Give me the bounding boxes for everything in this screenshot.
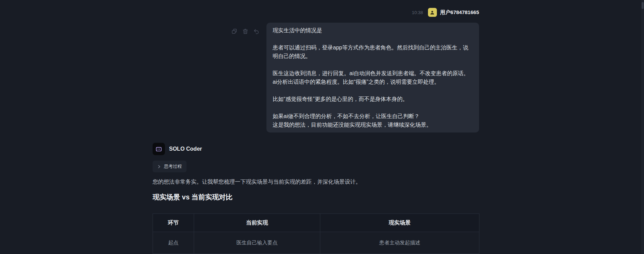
comparison-table: 环节 当前实现 现实场景 起点 医生自己输入要点 患者主动发起描述	[153, 213, 479, 254]
thinking-process-label: 思考过程	[164, 163, 182, 170]
thinking-process-toggle[interactable]: 思考过程	[153, 161, 187, 172]
table-header-cell: 环节	[153, 214, 194, 232]
user-avatar	[428, 8, 437, 17]
message-actions	[231, 28, 260, 35]
assistant-intro-text: 您的想法非常务实。让我帮您梳理一下现实场景与当前实现的差距，并深化场景设计。	[153, 178, 479, 186]
scrollbar-track[interactable]	[641, 0, 644, 254]
undo-icon[interactable]	[253, 28, 260, 35]
table-header-cell: 当前实现	[194, 214, 320, 232]
assistant-header: SOLO Coder	[153, 143, 479, 155]
person-icon	[429, 10, 435, 15]
user-message-bubble: 现实生活中的情况是 患者可以通过扫码，登录app等方式作为患者角色。然后找到自己…	[266, 23, 479, 132]
chevron-right-icon	[157, 165, 161, 169]
table-header-cell: 现实场景	[320, 214, 479, 232]
table-cell: 医生自己输入要点	[194, 232, 320, 254]
trash-icon[interactable]	[242, 28, 249, 35]
table-header-row: 环节 当前实现 现实场景	[153, 214, 479, 232]
message-paragraph: 患者可以通过扫码，登录app等方式作为患者角色。然后找到自己的主治医生，说明自己…	[273, 43, 473, 60]
user-message-header: 10:38 用户6784781665	[153, 0, 479, 17]
copy-icon[interactable]	[231, 28, 238, 35]
username: 用户6784781665	[440, 9, 479, 16]
scrollbar-thumb[interactable]	[642, 2, 644, 9]
robot-icon	[153, 143, 165, 155]
message-paragraph: 现实生活中的情况是	[273, 26, 473, 35]
chat-container: 10:38 用户6784781665	[153, 0, 479, 254]
section-title: 现实场景 vs 当前实现对比	[153, 193, 479, 202]
table-cell: 起点	[153, 232, 194, 254]
table-cell: 患者主动发起描述	[320, 232, 479, 254]
table-row: 起点 医生自己输入要点 患者主动发起描述	[153, 232, 479, 254]
assistant-name: SOLO Coder	[169, 146, 202, 152]
message-paragraph: 如果ai做不到合理的分析，不如不去分析，让医生自己判断？ 这是我的想法，目前功能…	[273, 112, 473, 129]
message-timestamp: 10:38	[412, 10, 423, 15]
user-message-row: 现实生活中的情况是 患者可以通过扫码，登录app等方式作为患者角色。然后找到自己…	[153, 23, 479, 132]
message-paragraph: 比如“感觉很奇怪”更多的是心里的，而不是身体本身的。	[273, 95, 473, 103]
message-paragraph: 医生这边收到消息，进行回复。ai自动润色并发送到患者端。不改变患者的原话。 ai…	[273, 69, 473, 86]
